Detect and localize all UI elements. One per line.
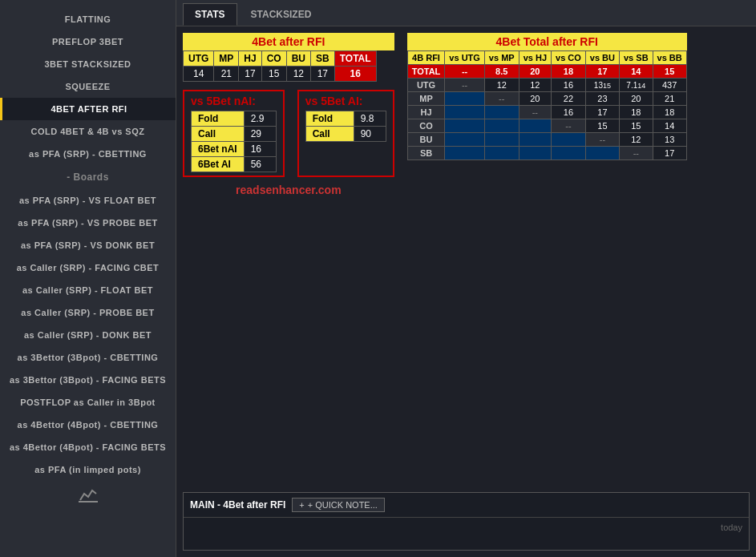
- big-row-total: TOTAL -- 8.5 20 18 17 14 15: [407, 65, 686, 79]
- sidebar-item-as-4bettor-cbetting[interactable]: as 4Bettor (4Bpot) - CBETTING: [0, 414, 176, 436]
- tabs-bar: STATS STACKSIZED: [176, 0, 756, 26]
- big-cell-mp-vsco: 22: [552, 92, 586, 106]
- big-table-title: 4Bet Total after RFI: [407, 33, 687, 50]
- tab-stacksized[interactable]: STACKSIZED: [239, 3, 324, 26]
- quick-note-button[interactable]: + + QUICK NOTE...: [292, 498, 385, 512]
- sidebar-item-as-caller-cbet[interactable]: as Caller (SRP) - FACING CBET: [0, 256, 176, 279]
- big-cell-sb-vsbb: 17: [653, 147, 686, 160]
- big-cell-sb-vsco: [552, 147, 586, 160]
- big-col-vsbu: vs BU: [585, 51, 619, 65]
- big-cell-mp-vssb: 20: [620, 92, 653, 106]
- sidebar-item-as-pfa-donk[interactable]: as PFA (SRP) - VS DONK BET: [0, 234, 176, 256]
- 4bet-rfi-title: 4Bet after RFI: [183, 33, 394, 50]
- tables-row: 4Bet after RFI UTG MP HJ CO BU SB TOTAL: [183, 33, 750, 200]
- vs5bet-nai-6betnai-value: 16: [244, 142, 276, 157]
- notes-timestamp: today: [721, 523, 742, 532]
- stats-area: 4Bet after RFI UTG MP HJ CO BU SB TOTAL: [176, 26, 756, 492]
- sidebar-item-preflop-3bet[interactable]: PREFLOP 3BET: [0, 30, 176, 53]
- vs5bet-row: vs 5Bet nAI: Fold 2.9 Call 29: [183, 90, 394, 177]
- sidebar-item-as-3bettor-cbetting[interactable]: as 3Bettor (3Bpot) - CBETTING: [0, 346, 176, 369]
- vs5bet-nai-call-value: 29: [244, 127, 276, 142]
- col-hj: HJ: [239, 51, 261, 67]
- tab-stats[interactable]: STATS: [183, 3, 237, 26]
- big-cell-co-vsbb: 14: [653, 119, 686, 133]
- sidebar-item-as-pfa-probe[interactable]: as PFA (SRP) - VS PROBE BET: [0, 212, 176, 234]
- sidebar-item-postflop-caller-3b[interactable]: POSTFLOP as Caller in 3Bpot: [0, 391, 176, 414]
- vs5bet-nai-table: Fold 2.9 Call 29 6Bet nAI 16: [191, 111, 277, 172]
- col-mp: MP: [214, 51, 239, 67]
- big-cell-mp-vsbb: 21: [653, 92, 686, 106]
- big-row-sb: SB -- 17: [407, 147, 686, 160]
- big-cell-mp-vsmp: --: [484, 92, 519, 106]
- vs5bet-nai-title: vs 5Bet nAI:: [191, 95, 277, 107]
- cell-mp: 21: [214, 67, 239, 82]
- big-cell-utg-vsmp: 12: [484, 79, 519, 92]
- big-cell-bu-vsbb: 13: [653, 133, 686, 147]
- vs5bet-ai-fold-label: Fold: [305, 111, 354, 127]
- big-cell-bu-vsbu: --: [585, 133, 619, 147]
- big-cell-mp-label: MP: [407, 92, 445, 106]
- big-cell-total-vsbb: 15: [653, 65, 686, 79]
- sidebar-item-as-pfa-limped[interactable]: as PFA (in limped pots): [0, 458, 176, 481]
- cell-bu: 12: [286, 67, 310, 82]
- sidebar-item-as-caller-float[interactable]: as Caller (SRP) - FLOAT BET: [0, 279, 176, 301]
- sidebar-item-as-pfa-cbetting[interactable]: as PFA (SRP) - CBETTING: [0, 143, 176, 165]
- big-row-mp: MP -- 20 22 23 20 21: [407, 92, 686, 106]
- sidebar-item-cold-4bet[interactable]: COLD 4BET & 4B vs SQZ: [0, 120, 176, 143]
- vs5bet-ai-call-value: 90: [354, 127, 386, 142]
- vs5bet-ai-row-call: Call 90: [305, 127, 386, 142]
- vs5bet-nai-6betai-value: 56: [244, 157, 276, 172]
- big-cell-total-vsbu: 17: [585, 65, 619, 79]
- big-cell-sb-vsutg: [445, 147, 485, 160]
- sidebar-item-as-pfa-float[interactable]: as PFA (SRP) - VS FLOAT BET: [0, 189, 176, 212]
- vs5bet-nai-row-6betai: 6Bet AI 56: [192, 157, 277, 172]
- sidebar-item-3bet-stacksized[interactable]: 3BET STACKSIZED: [0, 53, 176, 75]
- big-col-vsmp: vs MP: [484, 51, 519, 65]
- big-cell-utg-label: UTG: [407, 79, 445, 92]
- sidebar-item-as-4bettor-facing[interactable]: as 4Bettor (4Bpot) - FACING BETS: [0, 436, 176, 458]
- main-panel: STATS STACKSIZED 4Bet after RFI UTG MP H…: [176, 0, 756, 557]
- big-cell-utg-vssb: 7.114: [620, 79, 653, 92]
- vs5bet-nai-6betai-label: 6Bet AI: [192, 157, 245, 172]
- big-row-hj: HJ -- 16 17 18 18: [407, 106, 686, 119]
- big-cell-utg-vsbu: 1315: [585, 79, 619, 92]
- big-cell-hj-vsbb: 18: [653, 106, 686, 119]
- vs5bet-ai-box: vs 5Bet AI: Fold 9.8 Call 90: [297, 90, 394, 177]
- cell-total: 16: [334, 67, 376, 82]
- vs5bet-nai-6betnai-label: 6Bet nAI: [192, 142, 245, 157]
- 4bet-rfi-table: UTG MP HJ CO BU SB TOTAL 14 21: [183, 50, 377, 82]
- vs5bet-ai-call-label: Call: [305, 127, 354, 142]
- big-cell-hj-vsco: 16: [552, 106, 586, 119]
- sidebar-item-boards[interactable]: - Boards: [0, 165, 176, 189]
- sidebar-item-as-3bettor-facing[interactable]: as 3Bettor (3Bpot) - FACING BETS: [0, 369, 176, 391]
- big-cell-total-vshj: 20: [519, 65, 551, 79]
- vs5bet-nai-row-6betnai: 6Bet nAI 16: [192, 142, 277, 157]
- notes-header: MAIN - 4Bet after RFI + + QUICK NOTE...: [184, 493, 749, 518]
- sidebar-item-squeeze[interactable]: SQUEEZE: [0, 75, 176, 98]
- col-total: TOTAL: [334, 51, 376, 67]
- sidebar-item-as-caller-donk[interactable]: as Caller (SRP) - DONK BET: [0, 324, 176, 346]
- sidebar-item-as-caller-probe[interactable]: as Caller (SRP) - PROBE BET: [0, 301, 176, 324]
- big-cell-total-vssb: 14: [620, 65, 653, 79]
- big-cell-hj-vsutg: [445, 106, 485, 119]
- big-col-vshj: vs HJ: [519, 51, 551, 65]
- big-cell-sb-vshj: [519, 147, 551, 160]
- notes-area: MAIN - 4Bet after RFI + + QUICK NOTE... …: [183, 492, 750, 551]
- plus-icon: +: [299, 500, 304, 510]
- 4bet-rfi-table-container: 4Bet after RFI UTG MP HJ CO BU SB TOTAL: [183, 33, 394, 200]
- cell-utg: 14: [184, 67, 214, 82]
- sidebar-item-flatting[interactable]: FLATTING: [0, 8, 176, 30]
- big-table: 4B RFI vs UTG vs MP vs HJ vs CO vs BU vs…: [407, 50, 687, 160]
- big-cell-total-label: TOTAL: [407, 65, 445, 79]
- vs5bet-section: vs 5Bet nAI: Fold 2.9 Call 29: [183, 90, 394, 177]
- chart-icon[interactable]: [0, 481, 176, 510]
- big-cell-sb-vssb: --: [620, 147, 653, 160]
- big-table-container: 4Bet Total after RFI 4B RFI vs UTG vs MP…: [407, 33, 687, 200]
- vs5bet-nai-fold-value: 2.9: [244, 111, 276, 127]
- big-cell-hj-label: HJ: [407, 106, 445, 119]
- big-row-bu: BU -- 12 13: [407, 133, 686, 147]
- sidebar-item-4bet-after-rfi[interactable]: 4BET AFTER RFI: [0, 98, 176, 120]
- notes-title: MAIN - 4Bet after RFI: [190, 499, 285, 511]
- sidebar: FLATTING PREFLOP 3BET 3BET STACKSIZED SQ…: [0, 0, 176, 557]
- big-cell-co-vshj: [519, 119, 551, 133]
